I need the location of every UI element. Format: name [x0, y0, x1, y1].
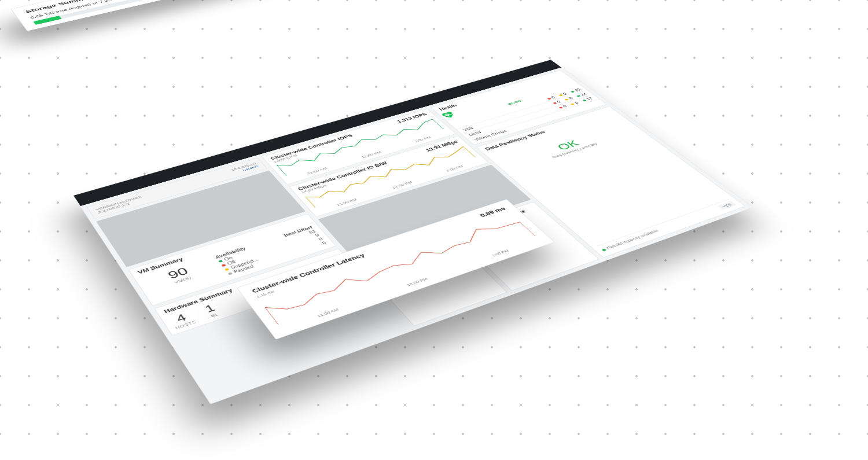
- scene: VERSION NUTANIX 20170830.171 10.4.220.80…: [58, 34, 810, 427]
- resiliency-yes: YES: [718, 201, 737, 209]
- heart-icon: [439, 110, 458, 119]
- resiliency-rebuild: Rebuild capacity available: [605, 229, 660, 250]
